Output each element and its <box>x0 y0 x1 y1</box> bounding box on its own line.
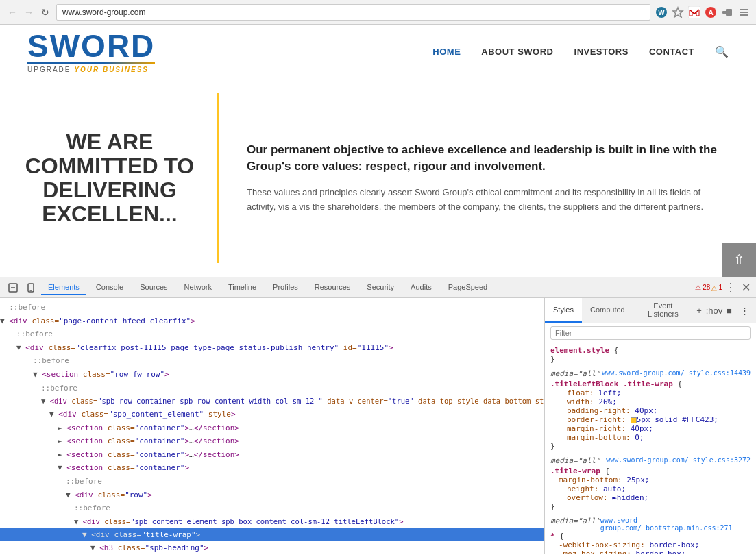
media-query3: media="all" <box>550 517 600 530</box>
css-rule-title-left-block: media="all" www.sword-group.com/ style.c… <box>550 369 751 451</box>
filter-bar <box>545 323 756 343</box>
nav-contact[interactable]: CONTACT <box>649 47 694 57</box>
tab-security[interactable]: Security <box>360 280 401 295</box>
logo-text: SWORD <box>27 30 155 62</box>
css-selector3: * <box>550 532 555 541</box>
scroll-top-button[interactable]: ⇧ <box>722 243 756 277</box>
dom-line[interactable]: ► <section class="container">…</section> <box>0 421 544 435</box>
nav-about[interactable]: ABOUT SWORD <box>481 47 553 57</box>
refresh-button[interactable]: ↻ <box>38 5 52 19</box>
svg-rect-7 <box>726 9 732 16</box>
svg-marker-2 <box>673 8 683 17</box>
styles-tab-styles[interactable]: Styles <box>545 298 582 323</box>
warning-count: 1 <box>718 284 722 291</box>
dom-line-selected[interactable]: ▼ <div class="title-wrap"> <box>0 528 544 542</box>
forward-button[interactable]: → <box>22 5 36 19</box>
pseudo-before: ::before <box>0 303 45 312</box>
tab-elements[interactable]: Elements <box>41 280 86 295</box>
styles-tab-event-listeners[interactable]: Event Listeners <box>633 298 693 323</box>
browser-chrome: ← → ↻ www.sword-group.com W A <box>0 0 756 25</box>
dom-line[interactable]: ::before <box>0 301 544 314</box>
css-rule-star: media="all" www.sword-group.com/ bootstr… <box>550 517 751 554</box>
media-query2: media="all" <box>550 456 600 465</box>
site-nav: HOME ABOUT SWORD INVESTORS CONTACT 🔍 <box>432 45 729 58</box>
site-header: SWORD UPGRADE YOUR BUSINESS HOME ABOUT S… <box>0 25 756 79</box>
styles-panel: Styles Computed Event Listeners + :hov ■… <box>545 298 756 554</box>
tab-resources[interactable]: Resources <box>308 280 358 295</box>
inspect-element-button[interactable] <box>5 280 21 295</box>
menu-icon[interactable] <box>737 5 751 19</box>
svg-text:W: W <box>658 9 665 16</box>
dom-line[interactable]: ::before <box>0 475 544 489</box>
color-scheme-button[interactable]: ■ <box>723 304 735 317</box>
new-style-rule-button[interactable]: + <box>693 304 705 317</box>
css-source-link[interactable]: www.sword-group.com/ style.css:14439 <box>602 369 751 380</box>
css-rule-title-wrap: media="all" www.sword-group.com/ style.c… <box>550 456 751 511</box>
tab-timeline[interactable]: Timeline <box>221 280 263 295</box>
css-selector: .titleLeftBlock .title-wrap <box>550 380 673 388</box>
dom-line[interactable]: ::before <box>0 354 544 368</box>
dom-line[interactable]: ::before <box>0 328 544 341</box>
devtools-panel: Elements Console Sources Network Timelin… <box>0 277 756 554</box>
filter-input[interactable] <box>550 326 751 340</box>
media-query: media="all" <box>550 369 600 378</box>
nav-investors[interactable]: INVESTORS <box>574 47 629 57</box>
dom-line[interactable]: ▼ <div class="spb-row-container spb-row-… <box>0 395 544 408</box>
dom-line[interactable]: ▼ <div class="row"> <box>0 489 544 502</box>
toggle-element-state-button[interactable]: :hov <box>708 304 720 317</box>
address-bar[interactable]: www.sword-group.com <box>56 4 650 21</box>
content-area: WE ARE COMMITTED TO DELIVERING EXCELLEN.… <box>0 79 756 277</box>
dom-line[interactable]: ▼ <section class="container"> <box>0 461 544 475</box>
more-options-button[interactable]: ⋮ <box>738 304 751 317</box>
tab-profiles[interactable]: Profiles <box>266 280 305 295</box>
tab-audits[interactable]: Audits <box>404 280 439 295</box>
tab-network[interactable]: Network <box>178 280 219 295</box>
dom-panel[interactable]: ::before ▼ <div class="page-content hfee… <box>0 298 545 554</box>
css-source-link2[interactable]: www.sword-group.com/ style.css:3272 <box>606 456 751 467</box>
styles-tab-computed[interactable]: Computed <box>582 298 633 323</box>
pseudo-before2: ::before <box>16 330 53 338</box>
website-area: SWORD UPGRADE YOUR BUSINESS HOME ABOUT S… <box>0 25 756 277</box>
dom-line[interactable]: ▼ <div class="page-content hfeed clearfi… <box>0 314 544 328</box>
css-selector: element.style <box>550 346 609 355</box>
main-body: These values and principles clearly asse… <box>247 186 729 214</box>
dom-line[interactable]: ▼ <div class="clearfix post-11115 page t… <box>0 341 544 355</box>
star-icon[interactable] <box>671 5 685 19</box>
tab-pagespeed[interactable]: PageSpeed <box>441 280 495 295</box>
dom-line[interactable]: ::before <box>0 502 544 515</box>
browser-nav-buttons: ← → ↻ <box>5 5 52 19</box>
device-toolbar-button[interactable] <box>23 280 38 295</box>
logo-tagline: UPGRADE YOUR BUSINESS <box>27 66 155 73</box>
css-source-link3[interactable]: www.sword-group.com/ bootstrap.min.css:2… <box>600 517 751 532</box>
tab-sources[interactable]: Sources <box>133 280 174 295</box>
error-count: 28 <box>703 284 710 291</box>
dom-line[interactable]: ▼ <div class="spb_content_element spb_bo… <box>0 515 544 528</box>
url-text: www.sword-group.com <box>62 8 145 17</box>
main-quote: Our permanent objective to achieve excel… <box>247 142 729 175</box>
tab-console[interactable]: Console <box>89 280 130 295</box>
nav-home[interactable]: HOME <box>432 47 461 57</box>
devtools-more-button[interactable]: ⋮ <box>725 281 736 294</box>
devtools-main: ::before ▼ <div class="page-content hfee… <box>0 298 756 554</box>
wordpress-icon[interactable]: W <box>655 5 668 19</box>
back-button[interactable]: ← <box>5 5 19 19</box>
styles-extra-icons: + :hov ■ ⋮ <box>693 298 756 323</box>
dom-line[interactable]: ::before <box>0 382 544 395</box>
dom-line[interactable]: ▼ <section class="row fw-row"> <box>0 368 544 382</box>
search-icon[interactable]: 🔍 <box>715 45 729 58</box>
dom-line[interactable]: ▼ <div class="spb_content_element" style… <box>0 408 544 421</box>
browser-icons: W A <box>655 5 751 19</box>
dom-line[interactable]: ▼ <h3 class="spb-heading"> <box>0 541 544 554</box>
hero-left-panel: WE ARE COMMITTED TO DELIVERING EXCELLEN.… <box>0 79 219 277</box>
svg-rect-3 <box>688 6 700 18</box>
dom-line[interactable]: ► <section class="container">…</section> <box>0 434 544 448</box>
devtools-close-button[interactable]: ✕ <box>742 281 751 294</box>
dom-line[interactable]: ► <section class="container">…</section> <box>0 448 544 462</box>
adblock-icon[interactable]: A <box>704 5 718 19</box>
expand-arrow[interactable]: ▼ <box>0 317 5 325</box>
hero-text: WE ARE COMMITTED TO DELIVERING EXCELLEN.… <box>21 130 199 227</box>
styles-content: element.style { } media="all" www.sword-… <box>545 343 756 554</box>
extension-icon[interactable] <box>720 5 734 19</box>
gmail-icon[interactable] <box>687 5 701 19</box>
css-selector2: .title-wrap <box>550 467 600 476</box>
